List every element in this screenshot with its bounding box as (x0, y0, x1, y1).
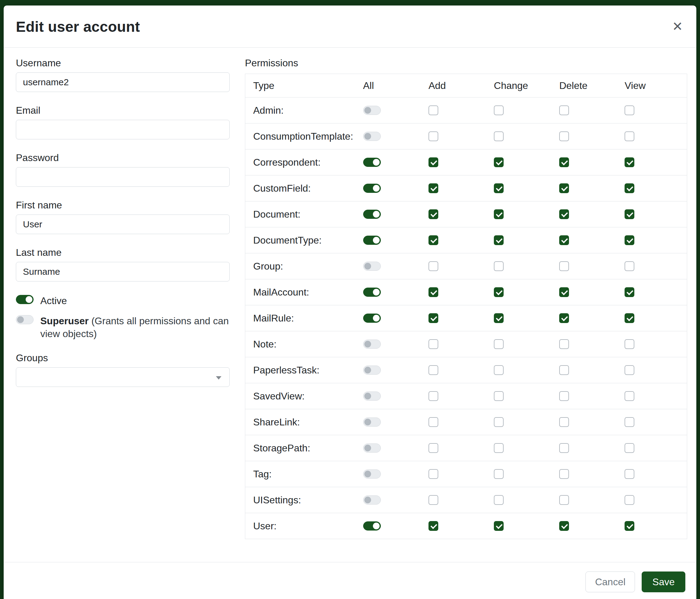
permission-change-checkbox[interactable] (494, 131, 504, 141)
permission-all-toggle[interactable] (363, 470, 381, 479)
groups-select[interactable] (16, 367, 230, 387)
permission-view-checkbox[interactable] (625, 365, 634, 375)
permission-delete-checkbox[interactable] (559, 469, 569, 479)
first-name-field[interactable] (16, 215, 230, 234)
permission-all-toggle[interactable] (363, 444, 381, 453)
permission-delete-checkbox[interactable] (559, 209, 569, 219)
permission-add-checkbox[interactable] (428, 183, 438, 193)
permission-view-checkbox[interactable] (625, 313, 634, 323)
permission-all-toggle[interactable] (363, 314, 381, 323)
permission-view-checkbox[interactable] (625, 391, 634, 401)
permission-add-checkbox[interactable] (428, 209, 438, 219)
permission-all-toggle[interactable] (363, 339, 381, 349)
permission-add-checkbox[interactable] (428, 365, 438, 375)
permission-all-toggle[interactable] (363, 417, 381, 427)
permission-add-checkbox[interactable] (428, 131, 438, 141)
permission-all-toggle[interactable] (363, 262, 381, 271)
permission-row: Correspondent: (245, 149, 687, 175)
permission-view-checkbox[interactable] (625, 417, 634, 427)
permission-all-toggle[interactable] (363, 496, 381, 505)
permission-change-checkbox[interactable] (494, 339, 504, 349)
permission-delete-checkbox[interactable] (559, 417, 569, 427)
permission-view-checkbox[interactable] (625, 105, 634, 115)
permission-view-checkbox[interactable] (625, 209, 634, 219)
permission-change-checkbox[interactable] (494, 391, 504, 401)
permission-add-checkbox[interactable] (428, 443, 438, 453)
permission-row: UISettings: (245, 487, 687, 513)
permission-view-checkbox[interactable] (625, 495, 634, 505)
permission-change-checkbox[interactable] (494, 261, 504, 271)
permission-add-checkbox[interactable] (428, 261, 438, 271)
permission-delete-checkbox[interactable] (559, 235, 569, 245)
permission-view-checkbox[interactable] (625, 131, 634, 141)
permission-change-checkbox[interactable] (494, 313, 504, 323)
username-input[interactable] (16, 72, 230, 92)
permission-delete-checkbox[interactable] (559, 313, 569, 323)
permission-change-checkbox[interactable] (494, 469, 504, 479)
permission-view-checkbox[interactable] (625, 287, 634, 297)
permission-delete-checkbox[interactable] (559, 287, 569, 297)
permission-view-checkbox[interactable] (625, 469, 634, 479)
permission-view-checkbox[interactable] (625, 339, 634, 349)
permission-add-checkbox[interactable] (428, 313, 438, 323)
permission-add-checkbox[interactable] (428, 105, 438, 115)
permission-all-toggle[interactable] (363, 158, 381, 167)
save-button[interactable]: Save (642, 572, 685, 592)
permission-change-checkbox[interactable] (494, 417, 504, 427)
permission-delete-checkbox[interactable] (559, 391, 569, 401)
permission-delete-checkbox[interactable] (559, 443, 569, 453)
permission-add-checkbox[interactable] (428, 235, 438, 245)
permission-delete-checkbox[interactable] (559, 495, 569, 505)
permission-add-checkbox[interactable] (428, 391, 438, 401)
cancel-button[interactable]: Cancel (585, 572, 635, 592)
permission-add-checkbox[interactable] (428, 158, 438, 167)
permission-delete-checkbox[interactable] (559, 131, 569, 141)
permission-view-checkbox[interactable] (625, 443, 634, 453)
permission-change-checkbox[interactable] (494, 365, 504, 375)
permission-all-toggle[interactable] (363, 106, 381, 115)
permission-all-toggle[interactable] (363, 391, 381, 401)
permission-add-checkbox[interactable] (428, 469, 438, 479)
close-icon[interactable]: ✕ (671, 18, 684, 35)
permission-add-checkbox[interactable] (428, 287, 438, 297)
permission-view-checkbox[interactable] (625, 521, 634, 531)
permission-add-checkbox[interactable] (428, 339, 438, 349)
permission-delete-checkbox[interactable] (559, 365, 569, 375)
permission-all-toggle[interactable] (363, 210, 381, 219)
permission-view-checkbox[interactable] (625, 183, 634, 193)
permission-change-checkbox[interactable] (494, 158, 504, 167)
permission-delete-checkbox[interactable] (559, 261, 569, 271)
permission-all-toggle[interactable] (363, 236, 381, 245)
email-field[interactable] (16, 120, 230, 139)
permission-add-checkbox[interactable] (428, 521, 438, 531)
permission-view-checkbox[interactable] (625, 261, 634, 271)
permission-all-toggle[interactable] (363, 132, 381, 141)
permission-change-checkbox[interactable] (494, 287, 504, 297)
permission-view-checkbox[interactable] (625, 158, 634, 167)
permission-change-checkbox[interactable] (494, 235, 504, 245)
last-name-field[interactable] (16, 262, 230, 282)
permission-delete-checkbox[interactable] (559, 339, 569, 349)
permission-all-toggle[interactable] (363, 184, 381, 193)
permission-all-toggle[interactable] (363, 365, 381, 375)
active-label: Active (40, 294, 67, 307)
permission-all-toggle[interactable] (363, 288, 381, 297)
permission-change-checkbox[interactable] (494, 183, 504, 193)
password-field[interactable] (16, 167, 230, 187)
permissions-title: Permissions (245, 57, 687, 69)
permission-view-checkbox[interactable] (625, 235, 634, 245)
permission-change-checkbox[interactable] (494, 443, 504, 453)
permission-delete-checkbox[interactable] (559, 158, 569, 167)
superuser-toggle[interactable] (16, 315, 33, 324)
active-toggle[interactable] (16, 295, 33, 304)
permission-add-checkbox[interactable] (428, 417, 438, 427)
permission-change-checkbox[interactable] (494, 495, 504, 505)
permission-all-toggle[interactable] (363, 521, 381, 530)
permission-delete-checkbox[interactable] (559, 183, 569, 193)
permission-delete-checkbox[interactable] (559, 105, 569, 115)
permission-change-checkbox[interactable] (494, 209, 504, 219)
permission-change-checkbox[interactable] (494, 105, 504, 115)
permission-delete-checkbox[interactable] (559, 521, 569, 531)
permission-add-checkbox[interactable] (428, 495, 438, 505)
permission-change-checkbox[interactable] (494, 521, 504, 531)
